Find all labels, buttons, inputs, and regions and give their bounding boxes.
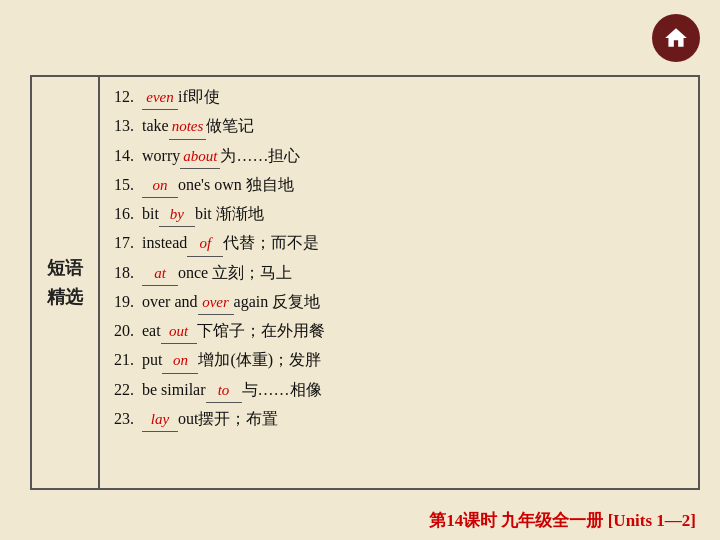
fill-word: over bbox=[198, 291, 234, 315]
table-row: 21.put on 增加(体重)；发胖 bbox=[114, 346, 688, 375]
row-number: 12. bbox=[114, 85, 142, 110]
row-number: 23. bbox=[114, 407, 142, 432]
phrase-text: one's own 独自地 bbox=[178, 173, 294, 198]
row-number: 22. bbox=[114, 378, 142, 403]
phrase-text: instead bbox=[142, 231, 187, 256]
fill-word: out bbox=[161, 320, 197, 344]
phrase-text: if即使 bbox=[178, 85, 220, 110]
table-row: 17.instead of 代替；而不是 bbox=[114, 229, 688, 258]
table-row: 14.worry about 为……担心 bbox=[114, 142, 688, 171]
row-number: 14. bbox=[114, 144, 142, 169]
phrase-text: eat bbox=[142, 319, 161, 344]
fill-word: by bbox=[159, 203, 195, 227]
fill-word: on bbox=[162, 349, 198, 373]
table-row: 19.over and over again 反复地 bbox=[114, 288, 688, 317]
fill-word: on bbox=[142, 174, 178, 198]
phrase-text: bit 渐渐地 bbox=[195, 202, 264, 227]
phrase-text: bit bbox=[142, 202, 159, 227]
row-number: 13. bbox=[114, 114, 142, 139]
fill-word: about bbox=[180, 145, 220, 169]
label-text-2: 精选 bbox=[47, 283, 83, 312]
phrase-text: 增加(体重)；发胖 bbox=[198, 348, 321, 373]
phrase-text: 与……相像 bbox=[242, 378, 322, 403]
phrase-text: put bbox=[142, 348, 162, 373]
row-number: 15. bbox=[114, 173, 142, 198]
fill-word: notes bbox=[169, 115, 207, 139]
fill-word: even bbox=[142, 86, 178, 110]
phrase-text: again 反复地 bbox=[234, 290, 321, 315]
phrase-text: 为……担心 bbox=[220, 144, 300, 169]
phrase-text: once 立刻；马上 bbox=[178, 261, 292, 286]
label-text-1: 短语 bbox=[47, 254, 83, 283]
table-row: 12.even if即使 bbox=[114, 83, 688, 112]
phrase-text: worry bbox=[142, 144, 180, 169]
phrase-text: 做笔记 bbox=[206, 114, 254, 139]
fill-word: of bbox=[187, 232, 223, 256]
table-row: 20.eat out 下馆子；在外用餐 bbox=[114, 317, 688, 346]
table-row: 18.at once 立刻；马上 bbox=[114, 259, 688, 288]
fill-word: lay bbox=[142, 408, 178, 432]
main-table: 短语 精选 12.even if即使13.take notes 做笔记14.wo… bbox=[30, 75, 700, 490]
table-row: 23.lay out摆开；布置 bbox=[114, 405, 688, 434]
phrase-text: out摆开；布置 bbox=[178, 407, 278, 432]
phrase-text: over and bbox=[142, 290, 198, 315]
home-icon bbox=[663, 25, 689, 51]
table-row: 22.be similar to 与……相像 bbox=[114, 376, 688, 405]
row-number: 17. bbox=[114, 231, 142, 256]
phrase-text: 代替；而不是 bbox=[223, 231, 319, 256]
phrase-text: be similar bbox=[142, 378, 206, 403]
phrase-text: take bbox=[142, 114, 169, 139]
label-column: 短语 精选 bbox=[32, 77, 100, 488]
row-number: 18. bbox=[114, 261, 142, 286]
row-number: 16. bbox=[114, 202, 142, 227]
content-column: 12.even if即使13.take notes 做笔记14.worry ab… bbox=[100, 77, 698, 488]
home-button[interactable] bbox=[652, 14, 700, 62]
table-row: 15.on one's own 独自地 bbox=[114, 171, 688, 200]
row-number: 20. bbox=[114, 319, 142, 344]
table-row: 13.take notes 做笔记 bbox=[114, 112, 688, 141]
table-row: 16.bit by bit 渐渐地 bbox=[114, 200, 688, 229]
fill-word: at bbox=[142, 262, 178, 286]
row-number: 21. bbox=[114, 348, 142, 373]
row-number: 19. bbox=[114, 290, 142, 315]
footer-text: 第14课时 九年级全一册 [Units 1―2] bbox=[429, 509, 696, 532]
phrase-text: 下馆子；在外用餐 bbox=[197, 319, 325, 344]
fill-word: to bbox=[206, 379, 242, 403]
